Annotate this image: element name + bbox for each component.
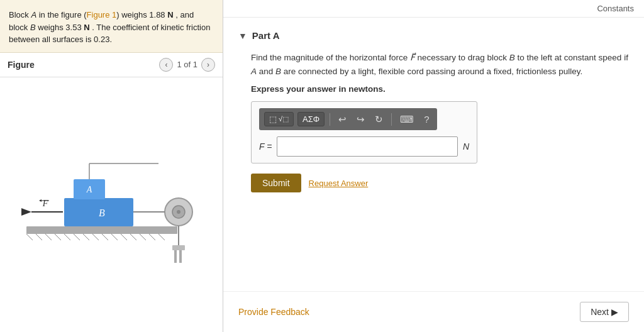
right-panel: Constants ▼ Part A Find the magnitude of… (223, 0, 644, 332)
figure-section: Figure ‹ 1 of 1 › (0, 53, 223, 333)
svg-line-4 (55, 234, 61, 240)
question-text: Find the magnitude of the horizontal for… (238, 51, 629, 78)
toolbar-divider-2 (391, 113, 392, 126)
redo-button[interactable]: ↪ (353, 113, 368, 126)
svg-line-13 (140, 234, 146, 240)
svg-point-22 (177, 210, 180, 214)
help-button[interactable]: ? (421, 113, 432, 126)
refresh-button[interactable]: ↻ (372, 113, 386, 126)
keyboard-icon: ⌨ (400, 114, 414, 124)
svg-line-5 (64, 234, 70, 240)
express-label: Express your answer in newtons. (238, 84, 629, 94)
svg-text:A: A (86, 185, 92, 194)
figure-prev-button[interactable]: ‹ (159, 58, 173, 72)
svg-line-14 (149, 234, 155, 240)
next-label: Next (591, 307, 609, 317)
next-arrow-icon: ▶ (611, 307, 618, 317)
svg-line-10 (111, 234, 118, 240)
svg-rect-25 (172, 245, 185, 250)
figure-title: Figure (8, 60, 35, 70)
provide-feedback-link[interactable]: Provide Feedback (238, 307, 309, 317)
sigma-button[interactable]: AΣΦ (297, 112, 325, 126)
figure-image-area: B A (0, 77, 223, 333)
svg-rect-26 (174, 250, 177, 263)
left-panel: Block A in the figure (Figure 1) weighs … (0, 0, 223, 332)
undo-button[interactable]: ↩ (335, 113, 350, 126)
svg-line-15 (158, 234, 165, 240)
figure-nav: ‹ 1 of 1 › (159, 58, 215, 72)
math-toolbar: ⬚ √⬚ AΣΦ ↩ ↪ ↻ ⌨ (259, 108, 437, 130)
bottom-row: Provide Feedback Next ▶ (223, 291, 644, 332)
unit-label: N (463, 141, 469, 152)
svg-rect-27 (179, 250, 182, 263)
svg-line-8 (92, 234, 99, 240)
f-equals-label: F = (259, 141, 272, 152)
part-header: ▼ Part A (238, 30, 629, 41)
figure-link[interactable]: Figure 1 (87, 10, 117, 19)
svg-line-12 (130, 234, 136, 240)
svg-line-7 (83, 234, 89, 240)
svg-line-2 (36, 234, 42, 240)
next-button[interactable]: Next ▶ (580, 302, 629, 322)
sigma-label: AΣΦ (303, 114, 319, 124)
answer-box: ⬚ √⬚ AΣΦ ↩ ↪ ↻ ⌨ (251, 101, 477, 163)
svg-line-6 (74, 234, 80, 240)
keyboard-button[interactable]: ⌨ (397, 113, 417, 126)
redo-icon: ↪ (357, 114, 365, 124)
constants-bar: Constants (223, 0, 644, 18)
svg-marker-35 (39, 199, 42, 202)
svg-line-3 (45, 234, 52, 240)
figure-next-button[interactable]: › (201, 58, 215, 72)
constants-link[interactable]: Constants (597, 4, 634, 13)
help-icon: ? (424, 114, 429, 124)
svg-rect-0 (26, 226, 177, 234)
part-collapse-icon[interactable]: ▼ (238, 31, 247, 41)
toolbar-divider-1 (330, 113, 330, 126)
svg-text:B: B (99, 208, 105, 218)
fraction-icon: ⬚ (269, 114, 277, 124)
refresh-icon: ↻ (375, 114, 383, 124)
problem-text-box: Block A in the figure (Figure 1) weighs … (0, 0, 223, 53)
figure-nav-text: 1 of 1 (177, 60, 197, 69)
undo-icon: ↩ (338, 114, 347, 124)
request-answer-link[interactable]: Request Answer (309, 179, 369, 188)
svg-line-9 (102, 234, 108, 240)
svg-text:F: F (42, 199, 48, 208)
physics-diagram: B A (14, 145, 209, 264)
submit-button[interactable]: Submit (251, 174, 301, 192)
figure-header: Figure ‹ 1 of 1 › (0, 53, 223, 77)
svg-line-1 (26, 234, 33, 240)
part-title: Part A (252, 30, 280, 41)
fraction-sqrt-button[interactable]: ⬚ √⬚ (264, 112, 294, 126)
answer-input[interactable] (277, 136, 458, 157)
input-row: F = N (259, 136, 469, 157)
content-area: ▼ Part A Find the magnitude of the horiz… (223, 18, 644, 291)
action-row: Submit Request Answer (238, 174, 629, 192)
sqrt-icon: √⬚ (279, 115, 289, 123)
svg-line-11 (121, 234, 127, 240)
